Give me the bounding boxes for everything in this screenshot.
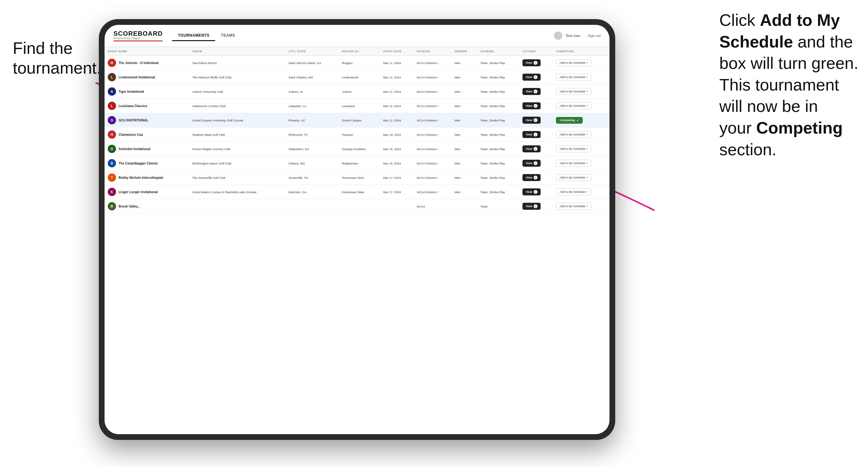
cell-city-state: Eatonton, GA bbox=[285, 185, 339, 199]
sign-out-link[interactable]: Sign out bbox=[588, 34, 600, 38]
event-name-cell: L Lindenwood Invitational bbox=[104, 70, 189, 85]
cell-city-state: Richmond, TX bbox=[285, 127, 339, 142]
tab-teams[interactable]: TEAMS bbox=[215, 31, 241, 41]
add-to-schedule-button[interactable]: Add to My Schedule + bbox=[556, 203, 591, 210]
add-to-schedule-button[interactable]: Add to My Schedule + bbox=[556, 160, 591, 167]
cell-scoring: Team, Stroke Play bbox=[477, 113, 519, 127]
col-actions: ACTIONS bbox=[519, 47, 553, 56]
event-name: The Johnnie - O Individual bbox=[119, 61, 158, 65]
cell-gender: Men bbox=[452, 70, 477, 85]
add-to-schedule-button[interactable]: Add to My Schedule + bbox=[556, 174, 591, 181]
add-to-schedule-button[interactable]: Add to My Schedule + bbox=[556, 74, 591, 81]
info-icon: i bbox=[534, 118, 537, 122]
cell-city-state: Lafayette, LA bbox=[285, 99, 339, 113]
event-name-cell: R The Johnnie - O Individual bbox=[104, 56, 189, 70]
cell-start-date: Mar 11, 2024 bbox=[380, 70, 414, 85]
cell-city-state: Statesboro, GA bbox=[285, 142, 339, 156]
cell-scoring: Team, Stroke Play bbox=[477, 142, 519, 156]
user-avatar bbox=[554, 32, 562, 40]
view-button[interactable]: View i bbox=[523, 188, 540, 195]
cell-venue: Sea Palms Resort bbox=[189, 56, 285, 70]
add-to-schedule-button[interactable]: Add to My Schedule + bbox=[556, 131, 591, 138]
col-start-date: START DATE bbox=[380, 47, 414, 56]
competing-cell: Add to My Schedule + bbox=[553, 127, 610, 142]
team-logo: K bbox=[108, 188, 116, 196]
info-icon: i bbox=[534, 190, 537, 194]
tab-tournaments[interactable]: TOURNAMENTS bbox=[172, 31, 215, 41]
cell-venue bbox=[189, 199, 285, 214]
view-button[interactable]: View i bbox=[523, 117, 540, 124]
cell-gender: Men bbox=[452, 170, 477, 185]
logo-text: SCOREBOARD bbox=[114, 30, 162, 37]
view-button[interactable]: View i bbox=[523, 59, 540, 66]
event-name-cell: G GCU INVITATIONAL bbox=[104, 113, 189, 127]
add-to-schedule-button[interactable]: Add to My Schedule + bbox=[556, 88, 591, 95]
cell-division: NCAA Division I bbox=[414, 127, 452, 142]
table-row: H Champions Cup Shadow Hawk Golf ClubRic… bbox=[104, 127, 610, 142]
add-to-schedule-button[interactable]: Add to My Schedule + bbox=[556, 102, 591, 110]
cell-venue: Worthington Manor Golf Club bbox=[189, 156, 285, 170]
col-competing: COMPETING bbox=[553, 47, 610, 56]
cell-hosted-by: Louisiana bbox=[339, 99, 380, 113]
cell-venue: Oakbourne Country Club bbox=[189, 99, 285, 113]
competing-button[interactable]: Competing ✓ bbox=[556, 117, 583, 124]
cell-scoring: Team, Stroke Play bbox=[477, 85, 519, 99]
actions-cell: View i bbox=[519, 127, 553, 142]
cell-scoring: Team, bbox=[477, 199, 519, 214]
event-name: Tiger Invitational bbox=[119, 90, 144, 93]
cell-scoring: Team, Stroke Play bbox=[477, 56, 519, 70]
cell-scoring: Team, Stroke Play bbox=[477, 170, 519, 185]
cell-division: NCAA Division I bbox=[414, 56, 452, 70]
team-logo: G bbox=[108, 116, 116, 124]
add-to-schedule-button[interactable]: Add to My Schedule + bbox=[556, 59, 591, 66]
competing-cell: Add to My Schedule + bbox=[553, 199, 610, 214]
table-row: K Linger Longer Invitational Great Water… bbox=[104, 185, 610, 199]
cell-hosted-by: Auburn bbox=[339, 85, 380, 99]
view-button[interactable]: View i bbox=[523, 131, 540, 138]
annotation-left: Find the tournament. bbox=[13, 38, 101, 78]
actions-cell: View i bbox=[519, 113, 553, 127]
view-button[interactable]: View i bbox=[523, 88, 540, 95]
view-button[interactable]: View i bbox=[523, 74, 540, 81]
team-logo: R bbox=[108, 59, 116, 67]
cell-division: NCAA Division I bbox=[414, 85, 452, 99]
col-scoring: SCORING bbox=[477, 47, 519, 56]
event-name: Brook Valley... bbox=[119, 205, 140, 208]
event-name-cell: B The Carpetbagger Classic bbox=[104, 156, 189, 170]
actions-cell: View i bbox=[519, 85, 553, 99]
cell-division: NCAA Division I bbox=[414, 156, 452, 170]
view-button[interactable]: View i bbox=[523, 203, 540, 210]
cell-division: NCAA bbox=[414, 199, 452, 214]
add-to-schedule-button[interactable]: Add to My Schedule + bbox=[556, 188, 591, 195]
col-gender: GENDER bbox=[452, 47, 477, 56]
add-to-schedule-button[interactable]: Add to My Schedule + bbox=[556, 145, 591, 152]
event-name: Louisiana Classics bbox=[119, 104, 147, 108]
table-row: R The Johnnie - O Individual Sea Palms R… bbox=[104, 56, 610, 70]
competing-cell: Add to My Schedule + bbox=[553, 99, 610, 113]
annotation-right: Click Add to My Schedule and the box wil… bbox=[719, 9, 859, 160]
info-icon: i bbox=[534, 204, 537, 208]
cell-venue: Grand Canyon University Golf Course bbox=[189, 113, 285, 127]
team-logo: A bbox=[108, 87, 116, 96]
info-icon: i bbox=[534, 90, 537, 93]
cell-start-date: Mar 17, 2024 bbox=[380, 185, 414, 199]
cell-scoring: Team, Stroke Play bbox=[477, 185, 519, 199]
actions-cell: View i bbox=[519, 185, 553, 199]
actions-cell: View i bbox=[519, 70, 553, 85]
cell-start-date: Mar 11, 2024 bbox=[380, 56, 414, 70]
view-button[interactable]: View i bbox=[523, 102, 540, 110]
view-button[interactable]: View i bbox=[523, 160, 540, 167]
cell-scoring: Team, Stroke Play bbox=[477, 156, 519, 170]
user-label: Test User bbox=[565, 34, 580, 38]
view-button[interactable]: View i bbox=[523, 145, 540, 152]
view-button[interactable]: View i bbox=[523, 174, 540, 181]
col-division: DIVISION bbox=[414, 47, 452, 56]
cell-start-date: Mar 16, 2024 bbox=[380, 156, 414, 170]
table-container: EVENT NAME VENUE CITY, STATE HOSTED BY S… bbox=[104, 47, 610, 434]
cell-start-date: Mar 15, 2024 bbox=[380, 142, 414, 156]
event-name-cell: T Bobby Nichols Intercollegiate bbox=[104, 170, 189, 185]
cell-gender: Men bbox=[452, 56, 477, 70]
cell-hosted-by: Houston bbox=[339, 127, 380, 142]
competing-cell: Add to My Schedule + bbox=[553, 170, 610, 185]
competing-cell: Add to My Schedule + bbox=[553, 142, 610, 156]
